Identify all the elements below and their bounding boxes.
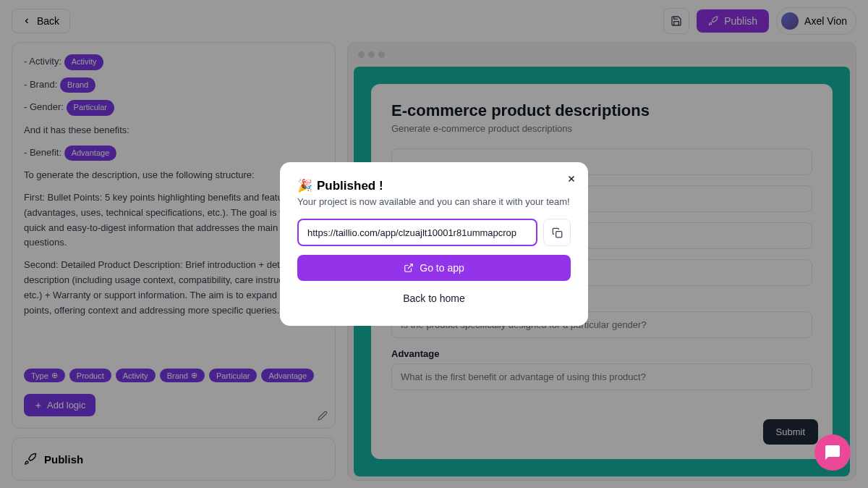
published-modal: 🎉 Published ! Your project is now availa… [280, 162, 588, 326]
modal-title-text: Published ! [317, 179, 383, 193]
chat-fab[interactable] [814, 434, 851, 471]
back-to-home-link[interactable]: Back to home [297, 288, 571, 308]
close-button[interactable] [566, 172, 576, 188]
svg-rect-4 [556, 231, 561, 237]
close-icon [566, 174, 576, 184]
url-input[interactable] [297, 219, 537, 246]
go-label: Go to app [420, 262, 464, 274]
party-icon: 🎉 [297, 178, 312, 193]
external-link-icon [404, 263, 414, 273]
modal-desc: Your project is now available and you ca… [297, 196, 571, 207]
chat-icon [824, 444, 841, 461]
svg-line-5 [408, 264, 412, 269]
modal-overlay[interactable]: 🎉 Published ! Your project is now availa… [0, 0, 868, 488]
copy-button[interactable] [543, 219, 571, 246]
go-to-app-button[interactable]: Go to app [297, 255, 571, 281]
copy-icon [552, 227, 563, 238]
